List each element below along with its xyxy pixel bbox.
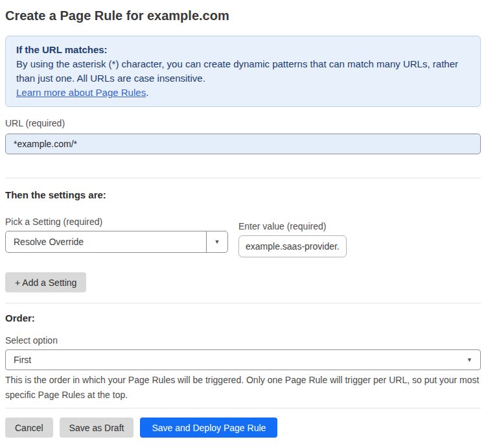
setting-value-column: Enter value (required) xyxy=(238,221,347,257)
url-match-info-box: If the URL matches: By using the asteris… xyxy=(5,36,481,107)
link-suffix: . xyxy=(146,87,148,98)
setting-value-label: Enter value (required) xyxy=(238,221,347,232)
order-help-text: This is the order in which your Page Rul… xyxy=(5,373,481,403)
learn-more-link[interactable]: Learn more about Page Rules xyxy=(16,87,146,98)
setting-row: Pick a Setting (required) Resolve Overri… xyxy=(5,217,481,257)
divider xyxy=(5,408,481,408)
setting-select[interactable]: Resolve Override ▼ xyxy=(5,231,228,253)
footer-button-row: Cancel Save as Draft Save and Deploy Pag… xyxy=(5,418,481,438)
settings-section-heading: Then the settings are: xyxy=(5,189,481,201)
setting-select-value: Resolve Override xyxy=(6,231,206,252)
setting-picker-label: Pick a Setting (required) xyxy=(5,217,228,228)
divider xyxy=(5,303,481,303)
chevron-down-icon: ▼ xyxy=(467,357,472,363)
info-box-heading: If the URL matches: xyxy=(16,43,470,57)
page-title: Create a Page Rule for example.com xyxy=(5,8,481,23)
add-setting-button[interactable]: + Add a Setting xyxy=(5,272,86,292)
url-field-label: URL (required) xyxy=(5,118,481,129)
info-box-link-line: Learn more about Page Rules. xyxy=(16,86,470,100)
setting-value-input[interactable] xyxy=(238,235,347,257)
cancel-button[interactable]: Cancel xyxy=(5,418,53,438)
setting-picker-column: Pick a Setting (required) Resolve Overri… xyxy=(5,217,228,253)
save-as-draft-button[interactable]: Save as Draft xyxy=(60,418,134,438)
setting-select-arrow-button[interactable]: ▼ xyxy=(206,231,227,252)
order-select[interactable]: First ▼ xyxy=(5,349,481,370)
chevron-down-icon: ▼ xyxy=(214,239,220,245)
info-box-body: By using the asterisk (*) character, you… xyxy=(16,57,470,86)
save-and-deploy-button[interactable]: Save and Deploy Page Rule xyxy=(140,418,277,438)
order-select-value: First xyxy=(14,355,31,365)
create-page-rule-panel: Create a Page Rule for example.com If th… xyxy=(0,8,486,438)
order-select-label: Select option xyxy=(5,335,481,346)
url-input[interactable] xyxy=(5,134,481,154)
divider xyxy=(5,178,481,178)
order-section-heading: Order: xyxy=(5,312,481,324)
